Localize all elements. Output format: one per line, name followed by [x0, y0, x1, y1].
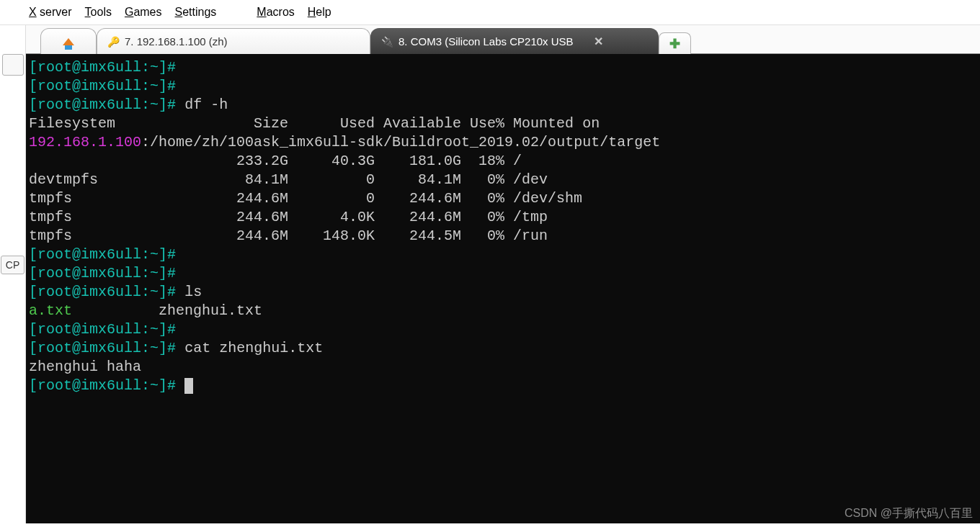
tab-ssh-label: 7. 192.168.1.100 (zh)	[125, 35, 228, 48]
prompt-path: ~	[150, 59, 159, 76]
menu-games[interactable]: Games	[125, 6, 162, 19]
plug-icon: 🔌	[381, 36, 393, 48]
menu-macros[interactable]: Macros	[257, 6, 294, 19]
df-row: tmpfs 244.6M 0 244.6M 0% /dev/shm	[29, 190, 582, 207]
tab-home[interactable]	[40, 28, 97, 54]
nfs-host: 192.168.1.100	[29, 134, 141, 150]
tab-ssh-session[interactable]: 🔑 7. 192.168.1.100 (zh)	[97, 28, 370, 54]
df-row: devtmpfs 84.1M 0 84.1M 0% /dev	[29, 171, 548, 188]
menu-tools[interactable]: Tools	[85, 6, 112, 19]
tab-serial-label: 8. COM3 (Silicon Labs CP210x USB	[398, 35, 574, 48]
left-rail: CP	[0, 25, 26, 523]
cat-output: zhenghui haha	[29, 359, 141, 375]
prompt-user: root	[37, 59, 72, 76]
prompt-host: imx6ull	[81, 59, 141, 76]
df-row: 233.2G 40.3G 181.0G 18% /	[29, 153, 522, 169]
nfs-path: :/home/zh/100ask_imx6ull-sdk/Buildroot_2…	[141, 134, 660, 150]
tabstrip: 🔑 7. 192.168.1.100 (zh) 🔌 8. COM3 (Silic…	[26, 25, 980, 54]
home-icon	[63, 36, 74, 48]
left-tab-cp[interactable]: CP	[1, 256, 24, 274]
menu-help[interactable]: Help	[308, 6, 331, 19]
tab-new[interactable]: ✚	[659, 32, 691, 54]
ls-file: a.txt	[29, 302, 72, 319]
prompt-bracket: [	[29, 59, 37, 76]
tab-serial-session[interactable]: 🔌 8. COM3 (Silicon Labs CP210x USB ✕	[370, 28, 659, 54]
df-header: Filesystem Size Used Available Use% Moun…	[29, 115, 600, 132]
plus-icon: ✚	[669, 36, 680, 52]
close-icon[interactable]: ✕	[594, 35, 603, 48]
command-ls: ls	[184, 284, 202, 300]
key-icon: 🔑	[107, 36, 119, 48]
df-row: tmpfs 244.6M 148.0K 244.5M 0% /run	[29, 228, 548, 244]
menu-settings[interactable]: Settings	[175, 6, 217, 19]
cursor	[184, 378, 193, 394]
terminal[interactable]: [root@imx6ull:~]# [root@imx6ull:~]# [roo…	[26, 54, 980, 523]
command-cat: cat zhenghui.txt	[184, 340, 323, 356]
df-row: tmpfs 244.6M 4.0K 244.6M 0% /tmp	[29, 209, 548, 225]
left-rail-toggle[interactable]	[2, 54, 24, 76]
command-df: df -h	[184, 96, 228, 113]
menu-xserver[interactable]: X server	[29, 6, 72, 19]
menubar: X server Tools Games Settings Macros Hel…	[0, 0, 980, 25]
ls-file: zhenghui.txt	[159, 302, 262, 319]
